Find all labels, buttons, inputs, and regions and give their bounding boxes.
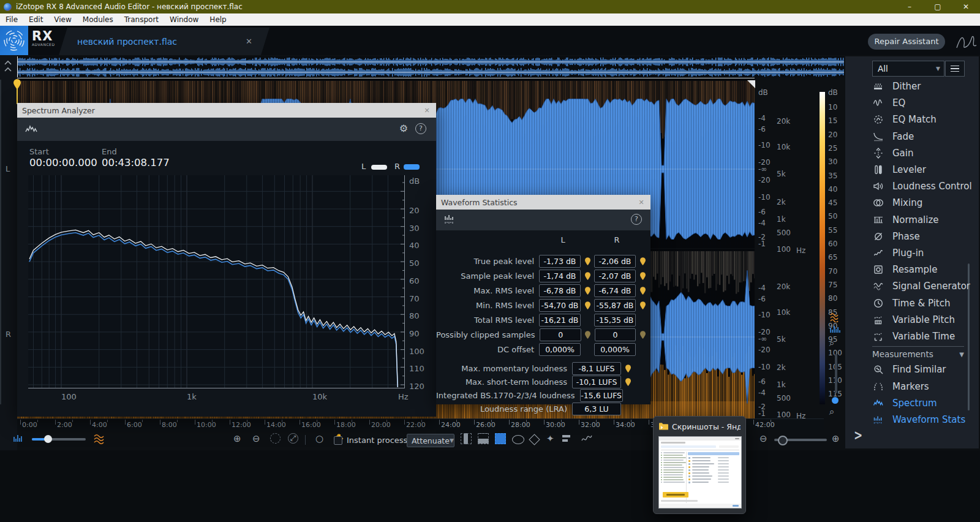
explorer-thumbnail[interactable] — [658, 436, 742, 509]
zoom-out-icon[interactable]: ⊖ — [252, 433, 260, 444]
legend-r-label[interactable]: R — [394, 162, 400, 171]
menu-window[interactable]: Window — [164, 13, 204, 26]
stats-r-value[interactable]: -2,07 dB — [594, 270, 636, 282]
select-frequency-icon[interactable] — [478, 433, 489, 444]
stats-l-value[interactable]: 0 — [540, 328, 581, 341]
stats-r-value[interactable]: 0 — [595, 328, 636, 341]
sidebar-item-resample[interactable]: Resample — [860, 262, 970, 278]
menu-help[interactable]: Help — [204, 13, 232, 26]
close-button[interactable]: ✕ — [952, 0, 980, 13]
sidebar-item-mixing[interactable]: Mixing — [860, 195, 970, 211]
stats-l-value[interactable]: -16,21 dB — [539, 314, 581, 327]
sidebar-item-normalize[interactable]: Normalize — [860, 212, 970, 228]
marker-pin-icon[interactable] — [581, 301, 594, 309]
zoom-reset-icon[interactable]: ⤢ — [288, 433, 298, 444]
zoom-vertical-icon[interactable]: ⌕ — [829, 338, 834, 349]
measurements-section-header[interactable]: Measurements▼ — [872, 346, 964, 361]
sidebar-item-phase[interactable]: Phase — [860, 229, 970, 244]
waveform-view-icon[interactable] — [12, 433, 24, 445]
process-mode-dropdown[interactable]: Attenuate▼ — [407, 434, 454, 447]
legend-l-pill[interactable] — [371, 165, 387, 170]
waveform-statistics-window[interactable]: Waveform Statistics ✕ ? L R True peak le… — [436, 195, 650, 404]
repair-assistant-button[interactable]: Repair Assistant — [868, 34, 945, 50]
marker-pin-icon[interactable] — [636, 272, 649, 280]
marker-pin-icon[interactable] — [581, 287, 594, 295]
marker-pin-icon[interactable] — [636, 331, 649, 339]
marker-pin-icon[interactable] — [636, 301, 649, 309]
marker-pin-icon[interactable] — [636, 287, 649, 295]
sidebar-item-spectrum[interactable]: Spectrum — [860, 395, 970, 411]
spectrogram-view-icon[interactable] — [93, 433, 107, 445]
vertical-zoom-slider[interactable] — [835, 354, 837, 393]
help-icon[interactable]: ? — [631, 214, 642, 225]
help-icon[interactable]: ? — [415, 123, 426, 134]
file-tab[interactable]: невский проспект.flac ✕ — [59, 28, 270, 55]
sidebar-expand-icon[interactable]: > — [854, 427, 862, 443]
instant-process-checkbox[interactable] — [334, 436, 342, 445]
stats-r-value[interactable]: -55,87 dB — [594, 299, 636, 312]
menu-modules[interactable]: Modules — [77, 13, 119, 26]
spectrum-window-close-icon[interactable]: ✕ — [418, 107, 436, 115]
stats-l-value[interactable]: -6,78 dB — [539, 284, 581, 297]
menu-view[interactable]: View — [48, 13, 77, 26]
sidebar-item-variable-time[interactable]: Variable Time — [860, 328, 970, 344]
spectrogram-mini-icon[interactable] — [829, 312, 842, 322]
marker-pin-icon[interactable] — [621, 365, 635, 373]
magic-wand-icon[interactable]: ✦ — [546, 433, 554, 444]
zoom-in-icon[interactable]: ⊕ — [233, 433, 241, 444]
stats-r-value[interactable]: 0,000% — [594, 343, 636, 356]
stats-r-value[interactable]: -6,74 dB — [594, 284, 636, 297]
sidebar-item-eq-match[interactable]: EQ Match — [860, 112, 970, 127]
menu-file[interactable]: File — [0, 13, 23, 26]
sidebar-item-gain[interactable]: Gain — [860, 145, 970, 161]
sidebar-item-find-similar[interactable]: Find Similar — [860, 361, 970, 377]
gear-icon[interactable]: ⚙ — [399, 123, 408, 134]
sidebar-item-waveform-stats[interactable]: Waveform Stats — [860, 412, 970, 428]
spectrum-window-titlebar[interactable]: Spectrum Analyzer ✕ — [17, 103, 436, 118]
select-time-frequency-icon[interactable] — [495, 433, 506, 444]
zoom-out-vertical-icon[interactable]: ⌕ — [829, 406, 834, 417]
spectrum-plot[interactable] — [28, 175, 405, 388]
scrub-tool-icon[interactable] — [581, 433, 593, 445]
stats-r-value[interactable]: -2,06 dB — [594, 255, 636, 268]
hzoom-in-icon[interactable]: ⊕ — [832, 433, 840, 444]
sidebar-item-signal-generator[interactable]: Signal Generator — [860, 278, 970, 294]
marker-pin-icon[interactable] — [581, 257, 594, 265]
stats-l-value[interactable]: -1,74 dB — [539, 270, 581, 282]
zoom-selection-icon[interactable] — [270, 433, 281, 444]
sidebar-item-dither[interactable]: Dither — [860, 78, 970, 94]
maximize-button[interactable]: ▢ — [924, 0, 952, 13]
brush-tool-icon[interactable] — [529, 434, 540, 445]
grab-circle-icon[interactable]: ○ — [315, 433, 323, 444]
stats-window-titlebar[interactable]: Waveform Statistics ✕ — [436, 195, 650, 210]
hzoom-out-icon[interactable]: ⊖ — [760, 433, 767, 444]
tab-close-icon[interactable]: ✕ — [246, 37, 252, 46]
collapse-chevrons-icon[interactable] — [3, 58, 13, 74]
sidebar-item-eq[interactable]: EQ — [860, 95, 970, 111]
sidebar-item-fade[interactable]: Fade — [860, 129, 970, 145]
minimize-button[interactable]: – — [895, 0, 924, 13]
lasso-tool-icon[interactable] — [512, 435, 524, 444]
waveform-mini-icon[interactable] — [829, 325, 842, 335]
marker-pin-icon[interactable] — [621, 378, 635, 386]
module-filter-dropdown[interactable]: All▼ — [872, 61, 944, 77]
sidebar-item-markers[interactable]: Markers — [860, 379, 970, 395]
marker-pin-icon[interactable] — [581, 331, 595, 339]
sidebar-item-time-pitch[interactable]: Time & Pitch — [860, 295, 970, 311]
loudness-value[interactable]: -10,1 LUFS — [572, 376, 621, 388]
marker-pin-icon[interactable] — [581, 272, 594, 280]
taskbar-preview-popup[interactable]: Скриншоты - Яндек... — [653, 416, 746, 514]
vertical-zoom-knob[interactable] — [832, 397, 839, 404]
module-menu-icon[interactable] — [945, 61, 965, 77]
stats-l-value[interactable]: -1,73 dB — [539, 255, 581, 268]
horizontal-zoom-knob[interactable] — [778, 436, 788, 445]
menu-transport[interactable]: Transport — [119, 13, 164, 26]
stats-l-value[interactable]: 0,000% — [539, 343, 581, 356]
sidebar-item-plug-in[interactable]: Plug-in — [860, 245, 970, 261]
loudness-value[interactable]: -8,1 LUFS — [572, 362, 621, 375]
loudness-value[interactable]: -15,6 LUFS — [580, 389, 623, 402]
waveform-overview[interactable] — [17, 56, 844, 77]
flatten-tool-icon[interactable] — [562, 433, 570, 442]
sidebar-item-leveler[interactable]: Leveler — [860, 162, 970, 178]
marker-pin-icon[interactable] — [636, 257, 649, 265]
